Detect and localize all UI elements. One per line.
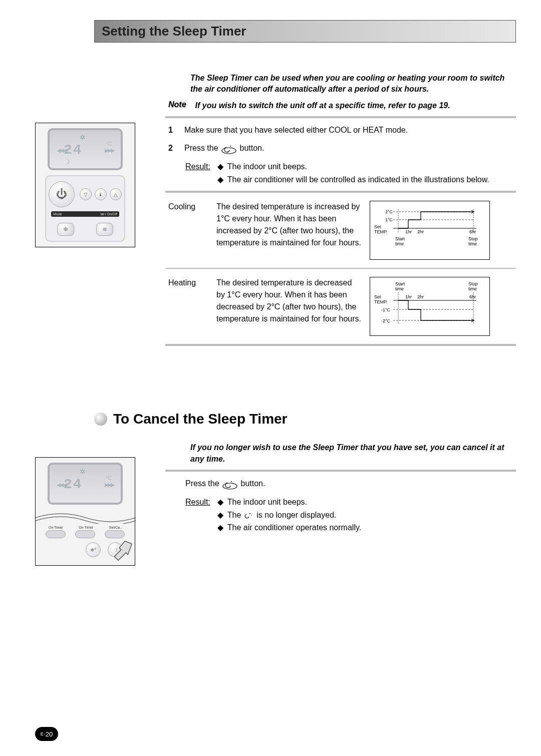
remote-lcd: ✲ ◀◀◀▶▶▶ 24 °C ☽ <box>48 128 123 170</box>
svg-point-0 <box>222 148 236 154</box>
result-label: Result: <box>185 160 210 186</box>
cooling-desc: The desired temperature is increased by … <box>216 201 362 260</box>
divider-wave <box>36 509 136 524</box>
result-item: ◆The indoor unit beeps. <box>217 496 516 509</box>
section-title-bar: Setting the Sleep Timer <box>94 20 516 43</box>
remote-illustration-col-2: ✲ ◀◀◀▶▶▶ 24 °C On Timer On Timer Set/Ca.… <box>35 442 145 566</box>
divider <box>165 470 516 472</box>
svg-text:-1°C: -1°C <box>381 307 391 312</box>
result-item: ◆The air conditioner will be controlled … <box>217 173 516 186</box>
step-text: Make sure that you have selected either … <box>184 124 516 136</box>
step-number: 1 <box>168 124 177 136</box>
svg-text:time: time <box>468 241 477 246</box>
temp-unit: °C <box>106 141 112 147</box>
note-row: Note If you wish to switch the unit off … <box>168 100 516 111</box>
step-text: Press the button. <box>184 142 516 154</box>
remote-control-illustration-lower: ✲ ◀◀◀▶▶▶ 24 °C On Timer On Timer Set/Ca.… <box>35 457 135 566</box>
heating-row: Heating The desired temperature is decre… <box>168 277 516 336</box>
svg-text:-2°C: -2°C <box>381 318 391 323</box>
svg-point-1 <box>230 146 231 147</box>
manual-page: Setting the Sleep Timer ✲ ◀◀◀▶▶▶ 24 °C ☽… <box>35 20 516 566</box>
svg-point-36 <box>231 481 232 482</box>
title-bullet-icon <box>94 413 107 426</box>
sleep-button-icon <box>220 143 237 154</box>
svg-point-37 <box>232 483 233 484</box>
step-number: 2 <box>168 142 177 154</box>
sleep-button-icon <box>221 479 238 490</box>
temp-unit: °C <box>106 476 112 481</box>
turbo-button[interactable]: ❄° <box>86 542 101 557</box>
svg-text:Start: Start <box>395 236 405 241</box>
swing-button[interactable]: ≋ <box>96 223 113 236</box>
cooling-graph: 2°C 1°C Set TEMP. 1hr 2hr 6hr <box>370 201 490 260</box>
svg-text:time: time <box>468 286 477 291</box>
temp-readout: 24 <box>64 142 83 158</box>
mode-label: Mode <box>53 212 62 216</box>
section2-title: To Cancel the Sleep Timer <box>113 411 288 427</box>
svg-text:2hr: 2hr <box>417 294 424 299</box>
power-button[interactable]: ⏻ <box>49 181 75 207</box>
svg-text:time: time <box>395 286 404 291</box>
cooling-row: Cooling The desired temperature is incre… <box>168 201 516 260</box>
svg-point-35 <box>223 483 237 489</box>
snowflake-icon: ✲ <box>80 133 86 141</box>
note-label: Note <box>168 100 186 111</box>
intro-text: The Sleep Timer can be used when you are… <box>190 73 516 95</box>
result-block: Result: ◆The indoor unit beeps. ◆The air… <box>185 160 516 186</box>
cooling-label: Cooling <box>168 201 208 260</box>
divider <box>165 116 516 118</box>
svg-text:Set: Set <box>374 224 381 229</box>
instruction-text-col: The Sleep Timer can be used when you are… <box>165 73 516 351</box>
remote-button-pad: ⏻ ▽ 🌡 △ Mode tal i On/Off ❄ ≋ <box>45 175 125 242</box>
svg-text:Stop: Stop <box>468 281 478 286</box>
result-item: ◆ The is no longer displayed. <box>217 509 516 522</box>
svg-text:Set: Set <box>374 294 381 299</box>
sleep-moon-icon: ☽ <box>65 158 70 165</box>
remote-illustration-col: ✲ ◀◀◀▶▶▶ 24 °C ☽ ⏻ ▽ 🌡 △ <box>35 73 145 351</box>
temp-readout: 24 <box>64 477 83 492</box>
section2-intro: If you no longer wish to use the Sleep T… <box>190 442 516 465</box>
remote-control-illustration-upper: ✲ ◀◀◀▶▶▶ 24 °C ☽ ⏻ ▽ 🌡 △ <box>35 123 135 247</box>
temp-up-button[interactable]: △ <box>110 188 122 200</box>
svg-text:6hr: 6hr <box>469 294 476 299</box>
svg-text:1°C: 1°C <box>385 217 393 222</box>
section2-result: Result: ◆The indoor unit beeps. ◆ The is… <box>185 496 516 534</box>
result-item: ◆The indoor unit beeps. <box>217 160 516 173</box>
result-label: Result: <box>185 496 210 534</box>
divider-thin <box>165 268 516 269</box>
svg-point-2 <box>231 147 232 148</box>
on-timer-button[interactable] <box>46 530 66 538</box>
svg-text:1hr: 1hr <box>405 294 412 299</box>
sleep-indicator-icon <box>243 512 254 519</box>
svg-text:2°C: 2°C <box>385 209 393 214</box>
thermometer-icon: 🌡 <box>95 188 107 200</box>
svg-text:6hr: 6hr <box>469 229 476 234</box>
svg-point-38 <box>249 513 250 514</box>
snowflake-icon: ✲ <box>80 468 86 476</box>
fan-button[interactable]: ❄ <box>57 223 74 236</box>
temp-down-button[interactable]: ▽ <box>80 188 92 200</box>
section2-title-row: To Cancel the Sleep Timer <box>35 411 516 427</box>
svg-text:Stop: Stop <box>468 236 478 241</box>
note-text: If you wish to switch the unit off at a … <box>195 100 450 111</box>
step-2: 2 Press the button. <box>168 142 516 154</box>
heating-label: Heating <box>168 277 208 336</box>
remote-lcd-2: ✲ ◀◀◀▶▶▶ 24 °C <box>48 463 123 505</box>
pointing-hand-icon <box>105 535 134 564</box>
svg-text:2hr: 2hr <box>417 229 424 234</box>
divider <box>165 344 516 346</box>
remote-label-strip: Mode tal i On/Off <box>51 211 119 217</box>
off-timer-button[interactable] <box>75 530 95 538</box>
section2-text-col: If you no longer wish to use the Sleep T… <box>165 442 516 566</box>
result-item: ◆The air conditioner operates normally. <box>217 521 516 534</box>
cancel-step: Press the button. <box>185 478 516 490</box>
divider <box>165 191 516 193</box>
page-number-badge: E-20 <box>35 727 58 741</box>
heating-desc: The desired temperature is decreased by … <box>216 277 362 336</box>
heating-graph: Start time Stop time Set TEMP. 1hr 2hr 6… <box>370 277 490 336</box>
svg-text:time: time <box>395 241 404 246</box>
svg-point-39 <box>251 515 252 516</box>
svg-text:TEMP.: TEMP. <box>374 299 387 304</box>
timer-labels-row: On Timer On Timer Set/Ca.. <box>41 526 130 529</box>
svg-text:Start: Start <box>395 281 405 286</box>
